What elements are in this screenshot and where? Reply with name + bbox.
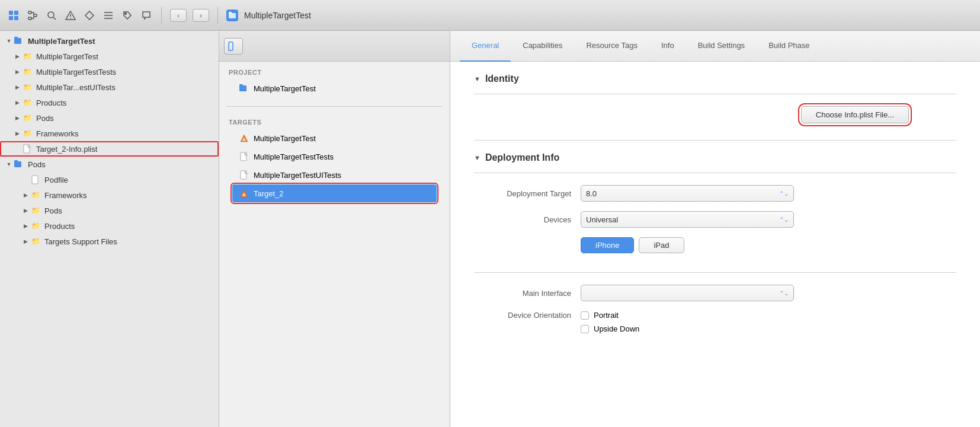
grid-icon[interactable] [7, 9, 20, 22]
sidebar-root[interactable]: ▼ MultipleTargetTest [0, 33, 219, 49]
target-main-label: MultipleTargetTest [254, 134, 316, 143]
label-fw-pods: Frameworks [44, 191, 87, 200]
warning-icon[interactable] [64, 9, 77, 22]
tab-general-label: General [472, 41, 499, 50]
label-1: MultipleTargetTest [36, 52, 98, 61]
arrow-pods: ▼ [5, 161, 13, 167]
toolbar-separator [161, 7, 162, 24]
right-panel: General Capabilities Resource Tags Info … [450, 31, 980, 427]
arrow-5: ▶ [13, 115, 21, 121]
label-podfile: Podfile [44, 176, 68, 184]
deployment-mid-divider [474, 272, 956, 273]
target-tests-icon [238, 152, 250, 161]
diamond-icon[interactable] [83, 9, 96, 22]
svg-rect-3 [14, 16, 18, 20]
identity-triangle: ▼ [474, 75, 481, 82]
portrait-label: Portrait [594, 311, 619, 320]
sidebar-item-frameworks-top[interactable]: ▶ 📁 Frameworks [0, 126, 219, 141]
target-2-label: Target_2 [254, 189, 284, 198]
svg-rect-24 [14, 161, 21, 167]
sidebar-item-frameworks-pods[interactable]: ▶ 📁 Frameworks [0, 187, 219, 203]
sidebar-item-plist[interactable]: ▶ Target_2-Info.plist [0, 141, 219, 157]
sidebar-item-tests[interactable]: ▶ 📁 MultipleTargetTestTests [0, 64, 219, 79]
devices-select[interactable]: Universal ⌃⌄ [581, 211, 794, 228]
sidebar-item-products-pods[interactable]: ▶ 📁 Products [0, 218, 219, 234]
sidebar-tree: ▼ MultipleTargetTest ▶ 📁 MultipleTargetT… [0, 31, 219, 427]
ipad-button[interactable]: iPad [639, 237, 684, 253]
sidebar-item-pods-top[interactable]: ▶ 📁 Pods [0, 110, 219, 126]
right-content: ▼ Identity Choose Info.plist File... ▼ [450, 62, 980, 427]
deployment-triangle: ▼ [474, 154, 481, 161]
device-type-buttons: iPhone iPad [581, 237, 684, 253]
svg-rect-21 [14, 38, 21, 44]
device-orientation-row: Device Orientation Portrait Upside Down [474, 311, 956, 338]
upside-down-checkbox[interactable] [581, 325, 589, 333]
main-interface-select[interactable]: ⌃⌄ [581, 285, 794, 301]
identity-bottom-divider [474, 140, 956, 141]
tab-capabilities[interactable]: Capabilities [511, 31, 574, 62]
ipad-label: iPad [654, 241, 669, 250]
tag-icon[interactable] [121, 9, 134, 22]
target-main-item[interactable]: A MultipleTargetTest [232, 129, 437, 147]
forward-button[interactable]: › [193, 9, 209, 22]
svg-text:A: A [242, 137, 246, 142]
svg-rect-0 [9, 11, 13, 15]
sidebar-item-products-top[interactable]: ▶ 📁 Products [0, 95, 219, 110]
hierarchy-icon[interactable] [26, 9, 39, 22]
sidebar-item-targets-support[interactable]: ▶ 📁 Targets Support Files [0, 234, 219, 249]
search-icon[interactable] [45, 9, 58, 22]
label-targets-support: Targets Support Files [44, 237, 117, 246]
svg-rect-27 [229, 42, 233, 50]
device-type-row: iPhone iPad [474, 237, 956, 253]
sidebar-item-podfile[interactable]: ▶ Podfile [0, 172, 219, 187]
deployment-target-row: Deployment Target 8.0 ⌃⌄ [474, 185, 956, 202]
arrow-1: ▶ [13, 53, 21, 59]
back-button[interactable]: ‹ [170, 9, 187, 22]
label-6: Frameworks [36, 129, 79, 138]
arrow-products-pods: ▶ [21, 223, 30, 229]
folder-icon-5: 📁 [21, 113, 33, 123]
project-item[interactable]: MultipleTargetTest [232, 79, 437, 97]
column-tab-btn[interactable] [224, 38, 243, 55]
portrait-row: Portrait [581, 311, 639, 320]
label-4: Products [36, 98, 66, 107]
arrow-pods-pods: ▶ [21, 208, 30, 214]
svg-rect-22 [14, 37, 18, 39]
tab-build-settings[interactable]: Build Settings [686, 31, 757, 62]
identity-divider [474, 94, 956, 94]
target-2-item[interactable]: A Target_2 [232, 184, 437, 202]
app-window: ‹ › MultipleTargetTest ▼ [0, 0, 980, 427]
sidebar-root-label: MultipleTargetTest [28, 37, 95, 46]
deployment-target-select[interactable]: 8.0 ⌃⌄ [581, 185, 794, 202]
file-icon-plist [21, 144, 33, 154]
target-uitests-icon [238, 170, 250, 180]
choose-plist-label: Choose Info.plist File... [816, 110, 894, 119]
targets-section: TARGETS A MultipleTargetTest [219, 111, 450, 206]
bubble-icon[interactable] [140, 9, 153, 22]
tab-build-phase-label: Build Phase [768, 41, 809, 50]
arrow-targets-support: ▶ [21, 238, 30, 244]
choose-plist-wrapper: Choose Info.plist File... [801, 106, 909, 123]
tab-info[interactable]: Info [649, 31, 686, 62]
identity-title: Identity [485, 74, 519, 84]
target-uitests-item[interactable]: MultipleTargetTestUITests [232, 166, 437, 184]
target-tests-item[interactable]: MultipleTargetTestTests [232, 148, 437, 165]
list-icon[interactable] [102, 9, 115, 22]
sidebar-item-pods-group[interactable]: ▼ Pods [0, 157, 219, 172]
choose-plist-button[interactable]: Choose Info.plist File... [801, 106, 909, 123]
tab-build-phase[interactable]: Build Phase [757, 31, 821, 62]
label-5: Pods [36, 114, 54, 123]
portrait-checkbox[interactable] [581, 311, 589, 320]
target-main-icon: A [238, 133, 250, 143]
sidebar-item-multipletargettest[interactable]: ▶ 📁 MultipleTargetTest [0, 49, 219, 64]
tab-resource-tags[interactable]: Resource Tags [574, 31, 649, 62]
project-section-label: PROJECT [229, 69, 440, 76]
back-label: ‹ [177, 12, 180, 19]
svg-rect-4 [28, 11, 31, 14]
tab-general[interactable]: General [460, 31, 511, 62]
sidebar-item-uitests[interactable]: ▶ 📁 MultipleTar...estUITests [0, 79, 219, 95]
iphone-button[interactable]: iPhone [581, 237, 634, 253]
sidebar-item-pods-pods[interactable]: ▶ 📁 Pods [0, 203, 219, 218]
upside-down-row: Upside Down [581, 324, 639, 333]
middle-tabs [219, 31, 450, 62]
